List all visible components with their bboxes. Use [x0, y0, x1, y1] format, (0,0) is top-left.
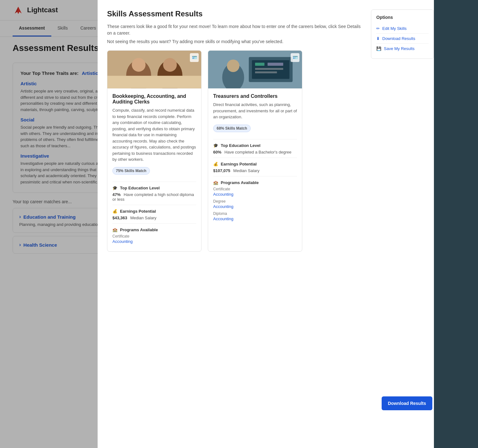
programs-icon-bookkeeping: 🏫 — [112, 227, 117, 232]
career-card-desc-treasurers: Direct financial activities, such as pla… — [213, 102, 297, 120]
programs-section-bookkeeping: 🏫 Programs Available Certificate Account… — [112, 223, 196, 244]
modal-hint: Not seeing the results you want? Try add… — [107, 39, 365, 44]
program-certificate-bookkeeping: Certificate Accounting — [112, 234, 196, 244]
card-icon-overlay-bookkeeping: 🪪 — [190, 53, 199, 62]
career-card-image-treasurers: 🪪 — [208, 51, 302, 88]
earnings-label-text-bookkeeping: Earnings Potential — [120, 209, 156, 214]
modal-options-sidebar: Options ✏ Edit My Skills ⬇ Download Resu… — [371, 9, 434, 59]
program-type-certificate-treasurers: Certificate — [213, 187, 297, 191]
top-education-value-bookkeeping: 47% Have completed a high school diploma… — [112, 192, 196, 202]
program-certificate-treasurers: Certificate Accounting — [213, 187, 297, 197]
programs-label-text-bookkeeping: Programs Available — [120, 227, 158, 232]
career-card-treasurers: 🪪 Treasurers and Controllers Direct fina… — [208, 50, 302, 252]
top-education-section-treasurers: 🎓 Top Education Level 60% Have completed… — [213, 139, 297, 154]
save-results-icon: 💾 — [376, 46, 381, 51]
earnings-value-treasurers: $107,075 Median Salary — [213, 168, 297, 173]
career-card-body-bookkeeping: Bookkeeping, Accounting, and Auditing Cl… — [107, 88, 201, 251]
earnings-desc-bookkeeping: Median Salary — [130, 216, 156, 220]
top-education-pct-treasurers: 60% — [213, 150, 221, 154]
career-card-desc-bookkeeping: Compute, classify, and record numerical … — [112, 107, 196, 163]
skills-match-badge-treasurers: 68% Skills Match — [213, 125, 251, 132]
earnings-label-treasurers: 💰 Earnings Potential — [213, 162, 297, 166]
top-education-desc-bookkeeping: Have completed a high school diploma or … — [112, 192, 194, 202]
svg-rect-13 — [255, 63, 265, 66]
svg-rect-7 — [107, 76, 201, 88]
program-diploma-treasurers: Diploma Accounting — [213, 211, 297, 221]
edit-skills-label: Edit My Skills — [382, 26, 407, 31]
top-education-pct-bookkeeping: 47% — [112, 192, 121, 197]
earnings-section-bookkeeping: 💰 Earnings Potential $43,363 Median Sala… — [112, 205, 196, 220]
modal-description: These careers look like a good fit for y… — [107, 23, 365, 36]
program-type-diploma-treasurers: Diploma — [213, 211, 297, 216]
earnings-label-bookkeeping: 💰 Earnings Potential — [112, 209, 196, 214]
career-card-title-treasurers: Treasurers and Controllers — [213, 93, 297, 99]
program-link-certificate-bookkeeping[interactable]: Accounting — [112, 239, 196, 244]
earnings-icon-bookkeeping: 💰 — [112, 209, 117, 214]
svg-rect-14 — [268, 63, 283, 66]
earnings-salary-bookkeeping: $43,363 — [112, 216, 127, 220]
program-type-certificate-bookkeeping: Certificate — [112, 234, 196, 238]
programs-icon-treasurers: 🏫 — [213, 180, 218, 185]
top-education-label-bookkeeping: 🎓 Top Education Level — [112, 186, 196, 190]
card-icon-treasurers: 🪪 — [293, 55, 298, 60]
treasurers-image-svg — [208, 51, 302, 88]
card-icon-overlay-treasurers: 🪪 — [291, 53, 299, 62]
career-card-title-bookkeeping: Bookkeeping, Accounting, and Auditing Cl… — [112, 93, 196, 105]
career-card-bookkeeping: 🪪 Bookkeeping, Accounting, and Auditing … — [107, 50, 202, 252]
programs-section-treasurers: 🏫 Programs Available Certificate Account… — [213, 176, 297, 221]
modal-option-edit-skills[interactable]: ✏ Edit My Skills — [376, 24, 429, 34]
earnings-icon-treasurers: 💰 — [213, 162, 218, 166]
earnings-section-treasurers: 💰 Earnings Potential $107,075 Median Sal… — [213, 158, 297, 173]
earnings-desc-treasurers: Median Salary — [233, 168, 259, 173]
earnings-value-bookkeeping: $43,363 Median Salary — [112, 216, 196, 220]
programs-label-treasurers: 🏫 Programs Available — [213, 180, 297, 185]
earnings-label-text-treasurers: Earnings Potential — [221, 162, 257, 166]
bookkeeping-image-svg — [107, 51, 201, 88]
download-results-icon: ⬇ — [376, 36, 380, 41]
top-education-label-treasurers: 🎓 Top Education Level — [213, 143, 297, 148]
svg-point-6 — [163, 58, 177, 72]
programs-label-text-treasurers: Programs Available — [221, 180, 259, 185]
edit-icon: ✏ — [376, 26, 380, 31]
grad-icon-bookkeeping: 🎓 — [112, 186, 117, 190]
program-link-degree-treasurers[interactable]: Accounting — [213, 204, 297, 209]
skills-assessment-modal: Skills Assessment Results These careers … — [98, 0, 434, 266]
program-link-certificate-treasurers[interactable]: Accounting — [213, 192, 297, 197]
grad-icon-treasurers: 🎓 — [213, 143, 218, 148]
modal-options-title: Options — [376, 15, 429, 20]
top-education-desc-treasurers: Have completed a Bachelor's degree — [225, 150, 292, 154]
save-results-label: Save My Results — [384, 46, 415, 51]
top-education-section-bookkeeping: 🎓 Top Education Level 47% Have completed… — [112, 182, 196, 202]
earnings-salary-treasurers: $107,075 — [213, 168, 230, 173]
modal-option-download-results[interactable]: ⬇ Download Results — [376, 34, 429, 44]
top-education-label-text-bookkeeping: Top Education Level — [120, 186, 160, 190]
modal-option-save-results[interactable]: 💾 Save My Results — [376, 44, 429, 53]
career-cards: 🪪 Bookkeeping, Accounting, and Auditing … — [107, 50, 365, 252]
programs-label-bookkeeping: 🏫 Programs Available — [112, 227, 196, 232]
top-education-label-text-treasurers: Top Education Level — [221, 143, 260, 148]
svg-rect-16 — [255, 71, 277, 73]
program-degree-treasurers: Degree Accounting — [213, 199, 297, 209]
modal-title: Skills Assessment Results — [107, 9, 365, 18]
svg-rect-15 — [255, 68, 283, 70]
download-results-label: Download Results — [382, 36, 415, 41]
svg-point-4 — [132, 58, 145, 72]
card-icon-bookkeeping: 🪪 — [192, 55, 197, 60]
career-card-body-treasurers: Treasurers and Controllers Direct financ… — [208, 88, 302, 229]
career-card-image-bookkeeping: 🪪 — [107, 51, 201, 88]
top-education-value-treasurers: 60% Have completed a Bachelor's degree — [213, 150, 297, 154]
program-link-diploma-treasurers[interactable]: Accounting — [213, 216, 297, 221]
skills-match-badge-bookkeeping: 75% Skills Match — [112, 167, 150, 175]
svg-point-10 — [227, 59, 240, 72]
program-type-degree-treasurers: Degree — [213, 199, 297, 204]
